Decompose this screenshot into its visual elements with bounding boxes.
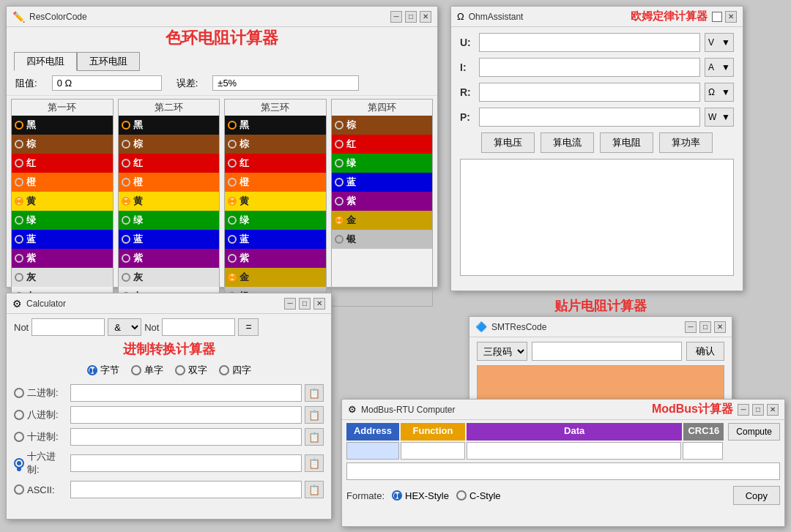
calc-ascii-copy[interactable]: 📋 bbox=[305, 481, 324, 498]
band1-gray[interactable]: 灰 bbox=[12, 268, 113, 287]
ohm-voltage-btn[interactable]: 算电压 bbox=[481, 132, 535, 153]
calc-radio-qword[interactable]: 四字 bbox=[219, 364, 251, 377]
calc-bin-radio[interactable] bbox=[14, 388, 24, 398]
ohm-p-unit[interactable]: W ▼ bbox=[705, 108, 734, 127]
smt-code-input[interactable] bbox=[532, 342, 682, 361]
band1-orange[interactable]: 橙 bbox=[12, 173, 113, 192]
ohm-p-input[interactable] bbox=[479, 108, 700, 127]
band4-blue[interactable]: 蓝 bbox=[332, 173, 433, 192]
band4-gold[interactable]: 金 bbox=[332, 211, 433, 230]
band1-black[interactable]: 黑 bbox=[12, 116, 113, 135]
band3-black[interactable]: 黑 bbox=[225, 116, 326, 135]
ohm-checkbox[interactable] bbox=[712, 12, 722, 22]
band2-orange[interactable]: 橙 bbox=[119, 173, 220, 192]
band1-purple[interactable]: 紫 bbox=[12, 249, 113, 268]
calc-input2[interactable] bbox=[162, 318, 235, 336]
calc-oct-copy[interactable]: 📋 bbox=[305, 406, 324, 424]
modbus-hex-radio-item[interactable]: HEX-Style bbox=[392, 490, 449, 501]
calc-oct-input[interactable] bbox=[70, 406, 302, 424]
res-maximize-btn[interactable]: □ bbox=[405, 11, 417, 23]
modbus-data-input[interactable] bbox=[467, 442, 681, 460]
calc-radio-dword[interactable]: 双字 bbox=[175, 364, 207, 377]
resistance-input[interactable] bbox=[52, 75, 162, 91]
ohm-r-input[interactable] bbox=[479, 83, 700, 102]
modbus-addr-input[interactable] bbox=[346, 442, 399, 460]
calc-dec-input[interactable] bbox=[70, 428, 302, 446]
smt-code-select[interactable]: 三段码 四段码 EIA96 bbox=[477, 342, 527, 361]
band4-purple[interactable]: 紫 bbox=[332, 192, 433, 211]
calc-maximize-btn[interactable]: □ bbox=[299, 298, 311, 310]
tolerance-input[interactable] bbox=[212, 75, 359, 91]
calc-ascii-radio[interactable] bbox=[14, 484, 24, 495]
modbus-c-radio-item[interactable]: C-Style bbox=[456, 490, 501, 501]
calc-op-select[interactable]: & | ^ >> << bbox=[108, 318, 141, 336]
res-tab-4band[interactable]: 四环电阻 bbox=[14, 52, 77, 71]
ohm-u-input[interactable] bbox=[479, 33, 700, 52]
band2-purple[interactable]: 紫 bbox=[119, 249, 220, 268]
ohm-u-unit[interactable]: V ▼ bbox=[705, 33, 734, 52]
band1-blue[interactable]: 蓝 bbox=[12, 230, 113, 249]
band2-yellow[interactable]: 黄 bbox=[119, 192, 220, 211]
calc-eq-btn[interactable]: = bbox=[238, 318, 259, 336]
modbus-maximize-btn[interactable]: □ bbox=[752, 404, 764, 416]
band3-blue[interactable]: 蓝 bbox=[225, 230, 326, 249]
ohm-i-input[interactable] bbox=[479, 58, 700, 77]
band2-red[interactable]: 红 bbox=[119, 154, 220, 173]
calc-radio-byte[interactable]: 字节 bbox=[87, 364, 119, 377]
res-minimize-btn[interactable]: ─ bbox=[390, 11, 402, 23]
ohm-r-unit[interactable]: Ω ▼ bbox=[705, 83, 734, 102]
calc-oct-radio[interactable] bbox=[14, 410, 24, 420]
smt-confirm-btn[interactable]: 确认 bbox=[686, 342, 724, 361]
band2-blue[interactable]: 蓝 bbox=[119, 230, 220, 249]
calc-input1[interactable] bbox=[31, 318, 105, 336]
calc-dec-radio[interactable] bbox=[14, 432, 24, 442]
band4-red[interactable]: 红 bbox=[332, 135, 433, 154]
tolerance-label: 误差: bbox=[177, 77, 198, 90]
modbus-compute-btn[interactable]: Compute bbox=[728, 423, 780, 441]
calc-minimize-btn[interactable]: ─ bbox=[284, 298, 296, 310]
band3-purple[interactable]: 紫 bbox=[225, 249, 326, 268]
smt-close-btn[interactable]: ✕ bbox=[714, 321, 726, 333]
calc-hex-copy[interactable]: 📋 bbox=[305, 454, 324, 472]
band3-orange[interactable]: 橙 bbox=[225, 173, 326, 192]
calc-radio-word[interactable]: 单字 bbox=[131, 364, 163, 377]
res-close-btn[interactable]: ✕ bbox=[420, 11, 431, 23]
ohm-i-unit[interactable]: A ▼ bbox=[705, 58, 734, 77]
smt-minimize-btn[interactable]: ─ bbox=[685, 321, 697, 333]
calc-dec-copy[interactable]: 📋 bbox=[305, 428, 324, 446]
ohm-current-btn[interactable]: 算电流 bbox=[541, 132, 594, 153]
modbus-close-btn[interactable]: ✕ bbox=[767, 404, 779, 416]
modbus-result-input[interactable] bbox=[346, 462, 780, 480]
band2-brown[interactable]: 棕 bbox=[119, 135, 220, 154]
modbus-func-input[interactable] bbox=[401, 442, 465, 460]
band1-brown[interactable]: 棕 bbox=[12, 135, 113, 154]
calc-hex-radio[interactable] bbox=[14, 458, 24, 468]
band3-brown[interactable]: 棕 bbox=[225, 135, 326, 154]
ohm-power-btn[interactable]: 算功率 bbox=[659, 132, 713, 153]
band3-yellow[interactable]: 黄 bbox=[225, 192, 326, 211]
modbus-copy-btn[interactable]: Copy bbox=[733, 486, 780, 505]
band3-gold[interactable]: 金 bbox=[225, 268, 326, 287]
band1-green[interactable]: 绿 bbox=[12, 211, 113, 230]
band4-silver[interactable]: 银 bbox=[332, 230, 433, 249]
band1-red[interactable]: 红 bbox=[12, 154, 113, 173]
band4-brown[interactable]: 棕 bbox=[332, 116, 433, 135]
calc-ascii-input[interactable] bbox=[70, 481, 302, 498]
band3-red[interactable]: 红 bbox=[225, 154, 326, 173]
calc-hex-input[interactable] bbox=[70, 454, 302, 472]
ohm-close-btn[interactable]: ✕ bbox=[725, 11, 737, 23]
calc-close-btn[interactable]: ✕ bbox=[313, 298, 325, 310]
band3-green[interactable]: 绿 bbox=[225, 211, 326, 230]
modbus-crc-input[interactable] bbox=[683, 442, 723, 460]
band2-black[interactable]: 黑 bbox=[119, 116, 220, 135]
smt-maximize-btn[interactable]: □ bbox=[699, 321, 711, 333]
modbus-minimize-btn[interactable]: ─ bbox=[738, 404, 749, 416]
calc-bin-copy[interactable]: 📋 bbox=[305, 384, 324, 402]
band2-green[interactable]: 绿 bbox=[119, 211, 220, 230]
ohm-resistance-btn[interactable]: 算电阻 bbox=[600, 132, 653, 153]
calc-bin-input[interactable] bbox=[70, 384, 302, 402]
res-tab-5band[interactable]: 五环电阻 bbox=[77, 52, 140, 71]
band2-gray[interactable]: 灰 bbox=[119, 268, 220, 287]
band4-green[interactable]: 绿 bbox=[332, 154, 433, 173]
band1-yellow[interactable]: 黄 bbox=[12, 192, 113, 211]
